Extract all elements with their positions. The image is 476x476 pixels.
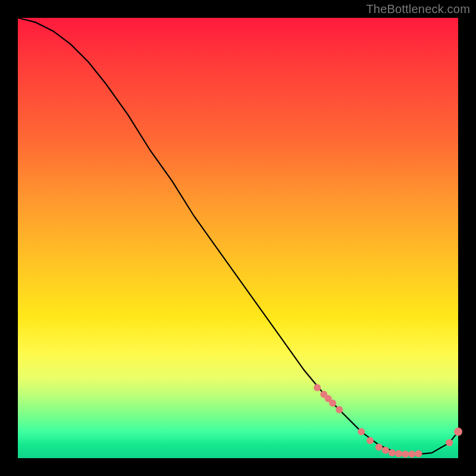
- bottleneck-curve-line: [18, 18, 458, 455]
- chart-overlay-svg: [18, 18, 458, 458]
- watermark-text: TheBottleneck.com: [366, 2, 470, 16]
- highlight-dot: [446, 439, 453, 446]
- highlight-dot: [389, 449, 396, 456]
- highlight-dot: [336, 406, 343, 414]
- chart-frame: TheBottleneck.com: [0, 0, 476, 476]
- highlight-dot: [375, 444, 383, 451]
- highlight-dot: [402, 450, 409, 458]
- highlight-dot: [395, 450, 402, 458]
- highlight-dot: [454, 428, 462, 436]
- highlight-dot: [367, 437, 374, 444]
- highlight-dot: [358, 428, 365, 436]
- highlight-dot: [314, 384, 321, 392]
- highlight-dot: [408, 450, 415, 458]
- highlight-dots-group: [314, 384, 462, 458]
- highlight-dot: [382, 447, 389, 454]
- highlight-dot: [329, 400, 336, 407]
- highlight-dot: [415, 450, 422, 458]
